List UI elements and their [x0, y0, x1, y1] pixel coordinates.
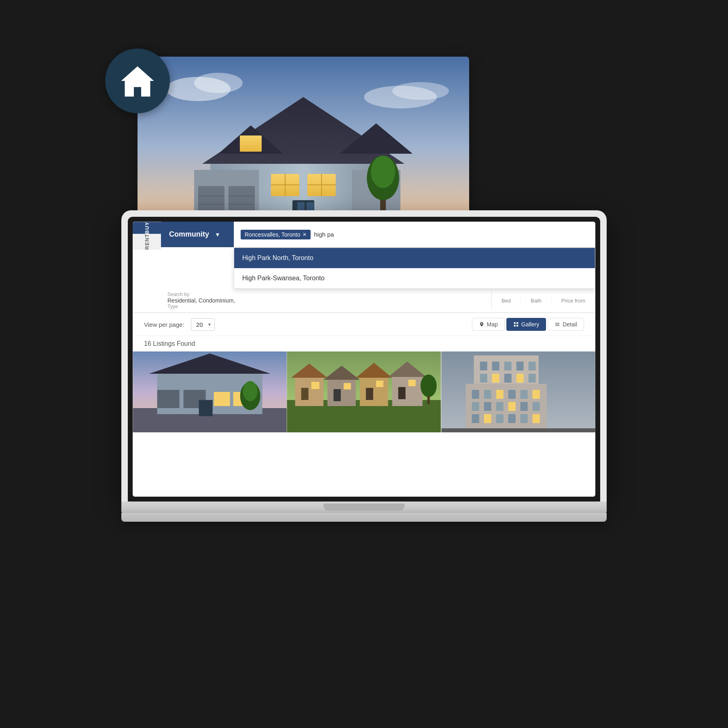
- svg-rect-59: [360, 376, 388, 406]
- map-pin-icon: [479, 322, 485, 327]
- svg-rect-65: [398, 387, 406, 399]
- price-col[interactable]: Price from: [552, 298, 595, 304]
- svg-rect-85: [508, 390, 515, 399]
- svg-rect-55: [328, 378, 356, 406]
- laptop-base: [121, 513, 607, 522]
- view-per-page-label: View per page:: [144, 321, 184, 328]
- svg-rect-97: [508, 414, 515, 423]
- svg-rect-76: [528, 362, 535, 370]
- laptop-wrapper: BUY RENT Community ▼ Roncesvalles, Toron…: [121, 210, 607, 522]
- svg-rect-93: [532, 402, 540, 411]
- svg-rect-42: [157, 390, 180, 408]
- suggestion-high-park-north[interactable]: High Park North, Toronto: [234, 248, 595, 268]
- svg-rect-82: [472, 390, 479, 399]
- bed-label: Bed: [502, 298, 511, 304]
- map-view-button[interactable]: Map: [472, 318, 505, 331]
- bath-label: Bath: [531, 298, 542, 304]
- svg-rect-81: [528, 374, 535, 383]
- svg-marker-0: [121, 66, 154, 97]
- svg-rect-66: [408, 380, 416, 386]
- bath-col[interactable]: Bath: [521, 298, 552, 304]
- search-by-label: Search by: [167, 292, 485, 297]
- svg-rect-80: [516, 374, 523, 383]
- count-text: 16 Listings Found: [144, 340, 195, 347]
- svg-rect-83: [484, 390, 491, 399]
- home-icon: [119, 63, 156, 99]
- svg-rect-84: [496, 390, 503, 399]
- svg-rect-54: [311, 382, 320, 389]
- search-input[interactable]: [314, 231, 589, 238]
- community-label: Community: [169, 230, 209, 239]
- suggestion-high-park-swansea[interactable]: High Park-Swansea, Toronto: [234, 268, 595, 288]
- svg-rect-61: [366, 388, 373, 400]
- map-label: Map: [487, 321, 498, 328]
- svg-rect-62: [376, 381, 383, 387]
- svg-rect-68: [427, 396, 430, 404]
- gallery-label: Gallery: [521, 321, 539, 328]
- chevron-down-icon: ▼: [215, 231, 220, 238]
- grid-icon: [513, 322, 519, 327]
- svg-point-5: [392, 82, 449, 100]
- type-label: Type: [167, 304, 485, 309]
- svg-point-33: [371, 156, 395, 188]
- per-page-wrapper: 10 20 50: [191, 318, 215, 331]
- sub-search-row: Search by Residential, Condominium, Type…: [133, 289, 595, 313]
- location-tag[interactable]: Roncesvalles, Toronto ✕: [241, 230, 311, 239]
- svg-rect-99: [532, 414, 540, 423]
- svg-rect-58: [344, 383, 351, 389]
- svg-rect-88: [472, 402, 479, 411]
- svg-rect-77: [480, 374, 487, 383]
- svg-rect-100: [441, 428, 595, 432]
- svg-point-67: [421, 375, 437, 397]
- suggestions-dropdown: High Park North, Toronto High Park-Swans…: [234, 248, 595, 289]
- svg-rect-91: [508, 402, 515, 411]
- controls-row: View per page: 10 20 50: [133, 313, 595, 336]
- tag-close-icon[interactable]: ✕: [303, 232, 307, 237]
- search-bar: BUY RENT Community ▼ Roncesvalles, Toron…: [133, 222, 595, 248]
- svg-rect-87: [532, 390, 540, 399]
- buy-rent-tabs: BUY RENT: [133, 222, 161, 247]
- svg-point-48: [243, 381, 258, 401]
- svg-rect-98: [520, 414, 527, 423]
- svg-rect-26: [240, 135, 262, 152]
- svg-rect-74: [504, 362, 511, 370]
- tab-rent[interactable]: RENT: [133, 234, 161, 250]
- property-card-3[interactable]: [441, 351, 595, 432]
- detail-label: Detail: [563, 321, 577, 328]
- svg-rect-94: [472, 414, 479, 423]
- property-grid: [133, 351, 595, 432]
- svg-rect-95: [484, 414, 491, 423]
- gallery-view-button[interactable]: Gallery: [506, 318, 546, 331]
- svg-point-3: [194, 73, 243, 93]
- svg-rect-92: [520, 402, 527, 411]
- svg-rect-90: [496, 402, 503, 411]
- search-tags-input[interactable]: Roncesvalles, Toronto ✕: [234, 222, 595, 247]
- detail-view-button[interactable]: Detail: [548, 318, 584, 331]
- svg-rect-78: [492, 374, 499, 383]
- tag-text: Roncesvalles, Toronto: [245, 231, 300, 238]
- svg-rect-73: [492, 362, 499, 370]
- per-page-select[interactable]: 10 20 50: [191, 318, 215, 331]
- view-buttons: Map Gallery Detail: [472, 318, 584, 331]
- list-icon: [554, 322, 560, 327]
- svg-rect-86: [520, 390, 527, 399]
- svg-rect-46: [199, 400, 213, 416]
- laptop-notch: [324, 504, 404, 511]
- svg-rect-57: [334, 389, 341, 401]
- property-card-1[interactable]: [133, 351, 287, 432]
- listings-count: 16 Listings Found: [133, 336, 595, 351]
- svg-rect-53: [301, 388, 309, 400]
- svg-rect-63: [392, 375, 423, 406]
- svg-rect-79: [504, 374, 511, 383]
- svg-rect-89: [484, 402, 491, 411]
- type-value: Residential, Condominium,: [167, 297, 485, 304]
- svg-rect-44: [214, 392, 230, 406]
- bed-col[interactable]: Bed: [492, 298, 521, 304]
- price-label: Price from: [561, 298, 585, 304]
- svg-rect-72: [480, 362, 487, 370]
- home-icon-circle[interactable]: [105, 49, 170, 113]
- tab-buy[interactable]: BUY: [133, 222, 161, 234]
- community-dropdown[interactable]: Community ▼: [161, 222, 234, 247]
- svg-rect-51: [295, 376, 324, 406]
- property-card-2[interactable]: [287, 351, 441, 432]
